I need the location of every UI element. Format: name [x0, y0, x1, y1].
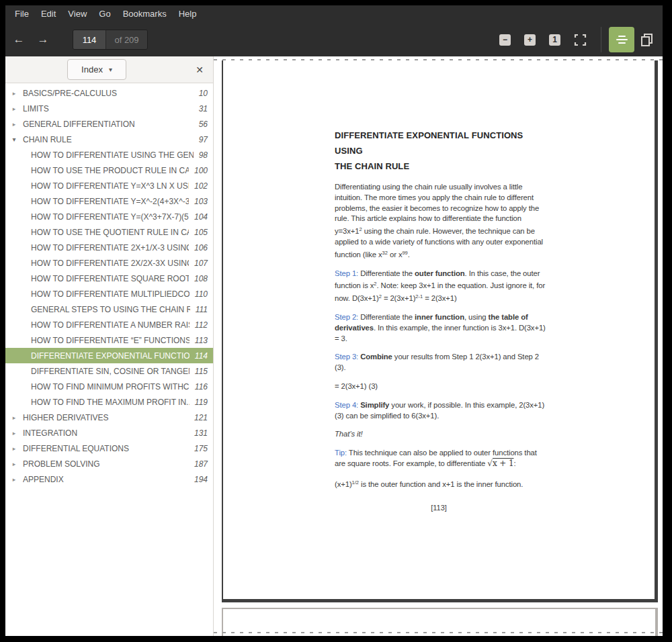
menu-item-go[interactable]: Go: [93, 5, 116, 23]
back-button[interactable]: ←: [7, 33, 31, 46]
outline-item[interactable]: ▸LIMITS31: [5, 101, 213, 116]
side-pane: Index ▾ ✕ ▸BASICS/PRE-CALCULUS10▸LIMITS3…: [5, 56, 214, 636]
outline-item-page: 104: [194, 212, 208, 222]
outline-item-page: 103: [194, 197, 208, 206]
close-side-pane-button[interactable]: ✕: [194, 64, 205, 75]
outline-item[interactable]: ▸GENERAL DIFFERENTIATION56: [5, 116, 213, 132]
expander-collapsed-icon[interactable]: ▸: [10, 414, 18, 421]
outline-item-page: 112: [195, 320, 208, 330]
outline-item[interactable]: HOW TO USE THE QUOTIENT RULE IN CA...105: [5, 224, 213, 240]
outline-item-page: 119: [195, 398, 208, 407]
fit-page-button[interactable]: [574, 34, 587, 46]
page-number-input[interactable]: [73, 30, 106, 49]
normal-size-button[interactable]: 1: [549, 34, 560, 46]
outline-item-label: DIFFERENTIATE SIN, COSINE OR TANGEN...: [31, 367, 190, 376]
expander-collapsed-icon[interactable]: ▸: [10, 445, 18, 452]
outline-item[interactable]: ▾CHAIN RULE97: [5, 132, 213, 147]
outline-item[interactable]: GENERAL STEPS TO USING THE CHAIN R...111: [5, 302, 213, 317]
outline-item[interactable]: HOW TO FIND THE MAXIMUM PROFIT IN...119: [5, 394, 213, 410]
forward-button[interactable]: →: [31, 33, 55, 46]
paragraph: Differentiating using the chain rule usu…: [335, 182, 548, 261]
document-view[interactable]: DIFFERENTIATE EXPONENTIAL FUNCTIONS USIN…: [214, 56, 663, 636]
expander-collapsed-icon[interactable]: ▸: [10, 121, 18, 128]
outline-item-label: HOW TO DIFFERENTIATE USING THE GEN...: [31, 150, 194, 160]
outline-item[interactable]: HOW TO DIFFERENTIATE “E” FUNCTIONS ...11…: [5, 332, 213, 348]
expander-collapsed-icon[interactable]: ▸: [10, 105, 18, 112]
outline-item-label: HOW TO DIFFERENTIATE 2X+1/X-3 USING...: [31, 243, 189, 253]
outline-item-page: 102: [194, 181, 208, 191]
outline-item[interactable]: HOW TO DIFFERENTIATE A NUMBER RAIS...112: [5, 317, 213, 332]
fit-page-icon: [574, 34, 587, 46]
outline-item-page: 110: [195, 289, 208, 299]
outline-item[interactable]: ▸INTEGRATION131: [5, 425, 213, 441]
page-total-label: of 209: [106, 30, 147, 49]
document-viewer-window: FileEditViewGoBookmarksHelp ← → of 209 −…: [5, 5, 663, 636]
expander-collapsed-icon[interactable]: ▸: [10, 430, 18, 437]
zoom-in-button[interactable]: +: [524, 34, 536, 46]
outline-item[interactable]: HOW TO DIFFERENTIATE USING THE GEN...98: [5, 147, 213, 163]
outline-item[interactable]: HOW TO DIFFERENTIATE Y=X^-2(4+3X^-3...10…: [5, 193, 213, 209]
zoom-out-button[interactable]: −: [499, 34, 511, 46]
outline-item-label: DIFFERENTIAL EQUATIONS: [23, 444, 189, 453]
outline-item[interactable]: HOW TO DIFFERENTIATE 2X+1/X-3 USING...10…: [5, 240, 213, 255]
outline-item[interactable]: HOW TO DIFFERENTIATE 2X/2X-3X USING...10…: [5, 255, 213, 271]
outline-item[interactable]: HOW TO DIFFERENTIATE Y=X^3 LN X USI...10…: [5, 178, 213, 193]
menu-item-edit[interactable]: Edit: [35, 5, 62, 23]
outline-item-label: LIMITS: [23, 104, 194, 113]
outline-item[interactable]: DIFFERENTIATE EXPONENTIAL FUNCTIO...114: [5, 348, 213, 363]
outline-item-page: 115: [195, 367, 208, 376]
outline-item-label: HOW TO DIFFERENTIATE 2X/2X-3X USING...: [31, 259, 189, 268]
outline-item-label: HOW TO DIFFERENTIATE “E” FUNCTIONS ...: [31, 336, 190, 345]
paragraph-step-2: Step 2: Differentiate the inner function…: [335, 312, 548, 344]
article-title: DIFFERENTIATE EXPONENTIAL FUNCTIONS USIN…: [335, 128, 548, 174]
paragraph-step-1: Step 1: Differentiate the outer function…: [335, 269, 548, 304]
dual-page-button[interactable]: [640, 32, 655, 47]
side-pane-header: Index ▾ ✕: [5, 56, 213, 83]
menu-item-view[interactable]: View: [62, 5, 93, 23]
expander-collapsed-icon[interactable]: ▸: [10, 461, 18, 467]
side-pane-mode-label: Index: [81, 64, 103, 75]
paragraph-step-4: Step 4: Simplify your work, if possible.…: [335, 400, 548, 422]
outline-item[interactable]: DIFFERENTIATE SIN, COSINE OR TANGEN...11…: [5, 363, 213, 379]
outline-item[interactable]: ▸PROBLEM SOLVING187: [5, 456, 213, 471]
menu-bar: FileEditViewGoBookmarksHelp: [5, 5, 663, 23]
expander-collapsed-icon[interactable]: ▸: [10, 476, 18, 483]
outline-item[interactable]: HOW TO USE THE PRODUCT RULE IN CAL...100: [5, 163, 213, 178]
menu-item-file[interactable]: File: [9, 5, 35, 23]
outline-item-label: HOW TO DIFFERENTIATE A NUMBER RAIS...: [31, 320, 190, 330]
outline-item-page: 98: [199, 150, 208, 160]
paragraph-step-3: Step 3: Combine your results from Step 1…: [335, 352, 548, 373]
chevron-down-icon: ▾: [109, 66, 112, 73]
outline-item[interactable]: ▸DIFFERENTIAL EQUATIONS175: [5, 441, 213, 456]
outline-item-page: 107: [194, 259, 208, 268]
outline-tree[interactable]: ▸BASICS/PRE-CALCULUS10▸LIMITS31▸GENERAL …: [5, 83, 213, 636]
outline-item-label: PROBLEM SOLVING: [23, 459, 189, 469]
outline-item-label: INTEGRATION: [23, 428, 189, 438]
outline-item[interactable]: HOW TO DIFFERENTIATE SQUARE ROOTF...108: [5, 271, 213, 286]
outline-item[interactable]: ▸HIGHER DERIVATIVES121: [5, 410, 213, 425]
outline-item[interactable]: ▸BASICS/PRE-CALCULUS10: [5, 85, 213, 101]
pdf-page-content: DIFFERENTIATE EXPONENTIAL FUNCTIONS USIN…: [335, 128, 548, 490]
expander-expanded-icon[interactable]: ▾: [10, 136, 18, 143]
outline-item[interactable]: HOW TO DIFFERENTIATE MULTIPLIEDCO...110: [5, 286, 213, 302]
dual-page-icon: [640, 32, 655, 47]
outline-item-label: HOW TO FIND MINIMUM PROFITS WITHC...: [31, 382, 190, 392]
toolbar: ← → of 209 − + 1: [5, 23, 663, 56]
outline-item-page: 194: [194, 475, 208, 484]
outline-item-page: 100: [194, 166, 208, 175]
outline-item[interactable]: HOW TO FIND MINIMUM PROFITS WITHC...116: [5, 379, 213, 394]
pdf-page-current: DIFFERENTIATE EXPONENTIAL FUNCTIONS USIN…: [222, 60, 658, 602]
outline-item-label: CHAIN RULE: [23, 135, 194, 144]
expander-collapsed-icon[interactable]: ▸: [10, 90, 18, 97]
outline-item-page: 10: [199, 89, 208, 98]
fit-width-button-active[interactable]: [609, 27, 634, 52]
menu-item-help[interactable]: Help: [173, 5, 203, 23]
outline-item-label: HOW TO DIFFERENTIATE Y=X^3 LN X USI...: [31, 181, 189, 191]
outline-item[interactable]: HOW TO DIFFERENTIATE Y=(X^3+7X-7)(5...10…: [5, 209, 213, 224]
outline-item-label: DIFFERENTIATE EXPONENTIAL FUNCTIO...: [31, 351, 190, 361]
outline-item[interactable]: ▸APPENDIX194: [5, 471, 213, 487]
side-pane-mode-dropdown[interactable]: Index ▾: [67, 59, 126, 80]
outline-item-label: HOW TO USE THE PRODUCT RULE IN CAL...: [31, 166, 189, 175]
page-footer-number: [113]: [223, 504, 655, 512]
menu-item-bookmarks[interactable]: Bookmarks: [117, 5, 173, 23]
